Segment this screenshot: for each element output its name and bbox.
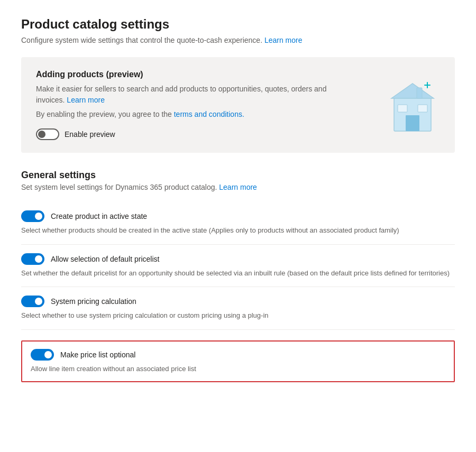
system-pricing-toggle-thumb: [35, 298, 42, 305]
general-settings-subtitle: Set system level settings for Dynamics 3…: [21, 183, 455, 191]
price-list-optional-label: Make price list optional: [60, 350, 135, 359]
preview-toggle-row: Enable preview: [36, 128, 440, 140]
svg-rect-2: [406, 115, 419, 131]
preview-learn-more-link[interactable]: Learn more: [67, 96, 105, 104]
preview-card: Adding products (preview) Make it easier…: [21, 57, 455, 153]
terms-conditions-link[interactable]: terms and conditions.: [174, 110, 244, 118]
highlighted-box: Make price list optional Allow line item…: [21, 340, 455, 383]
preview-toggle-thumb: [38, 131, 45, 138]
svg-rect-3: [398, 105, 407, 112]
default-pricelist-item: Allow selection of default pricelist Set…: [21, 245, 455, 288]
create-product-item: Create product in active state Select wh…: [21, 202, 455, 245]
system-pricing-toggle[interactable]: [21, 296, 44, 307]
default-pricelist-toggle-track: [21, 253, 44, 265]
general-learn-more-link[interactable]: Learn more: [219, 183, 257, 191]
create-product-toggle[interactable]: [21, 210, 44, 222]
svg-rect-4: [418, 105, 427, 112]
preview-illustration: [381, 68, 444, 136]
general-settings-title: General settings: [21, 170, 455, 181]
default-pricelist-toggle[interactable]: [21, 253, 44, 265]
default-pricelist-toggle-thumb: [35, 255, 42, 263]
general-settings-section: General settings Set system level settin…: [21, 170, 455, 391]
enable-preview-label: Enable preview: [65, 130, 115, 139]
price-list-optional-item: Make price list optional Allow line item…: [21, 330, 455, 391]
default-pricelist-label: Allow selection of default pricelist: [51, 255, 159, 263]
system-pricing-toggle-track: [21, 296, 44, 307]
page-subtitle: Configure system wide settings that cont…: [21, 36, 455, 44]
create-product-desc: Select whether products should be create…: [21, 225, 455, 236]
preview-toggle-track: [36, 128, 59, 140]
create-product-toggle-thumb: [35, 213, 42, 220]
price-list-optional-desc: Allow line item creation without an asso…: [31, 364, 445, 374]
system-pricing-label: System pricing calculation: [51, 297, 136, 306]
price-list-optional-toggle-thumb: [44, 351, 52, 358]
svg-rect-7: [417, 88, 422, 98]
price-list-optional-toggle-track: [31, 349, 54, 361]
preview-card-description: Make it easier for sellers to search and…: [36, 84, 353, 106]
system-pricing-desc: Select whether to use system pricing cal…: [21, 310, 455, 321]
price-list-optional-toggle[interactable]: [31, 349, 54, 361]
create-product-label: Create product in active state: [51, 212, 147, 220]
default-pricelist-desc: Set whether the default pricelist for an…: [21, 268, 455, 279]
preview-card-title: Adding products (preview): [36, 70, 440, 79]
system-pricing-item: System pricing calculation Select whethe…: [21, 287, 455, 330]
page-title: Product catalog settings: [21, 17, 455, 32]
preview-terms-line: By enabling the preview, you agree to th…: [36, 109, 353, 120]
enable-preview-toggle[interactable]: [36, 128, 59, 140]
page-learn-more-link[interactable]: Learn more: [264, 36, 303, 44]
create-product-toggle-track: [21, 210, 44, 222]
